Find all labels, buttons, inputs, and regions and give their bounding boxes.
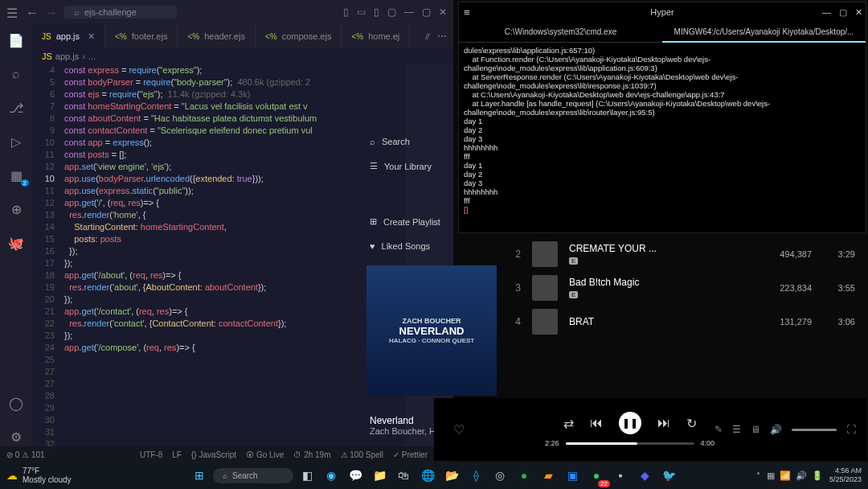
shuffle-icon[interactable]: ⇄ xyxy=(563,416,574,431)
settings-icon[interactable]: ⚙ xyxy=(6,427,26,446)
label: Liked Songs xyxy=(382,241,431,251)
source-control-icon[interactable]: ⎇ xyxy=(6,98,26,117)
queue-icon[interactable]: ☰ xyxy=(732,424,741,435)
layout-left-icon[interactable]: ▯ xyxy=(343,6,349,18)
chevron-up-icon[interactable]: ˄ xyxy=(756,471,760,480)
hyper-tab-mingw[interactable]: MINGW64:/c/Users/Ayanakoji Kiyotaka/Desk… xyxy=(662,22,866,43)
nav-forward-icon[interactable]: → xyxy=(45,6,58,18)
widgets-icon[interactable]: ◉ xyxy=(321,465,342,486)
prev-icon[interactable]: ⏮ xyxy=(590,416,603,430)
status-encoding[interactable]: UTF-8 xyxy=(140,450,162,459)
status-time[interactable]: ⏱ 2h 19m xyxy=(293,450,330,459)
compare-icon[interactable]: ⫽ xyxy=(423,31,432,42)
progress-bar[interactable] xyxy=(566,442,694,445)
label: Create Playlist xyxy=(383,217,440,227)
layout-panel-icon[interactable]: ▢ xyxy=(387,6,396,18)
spotify-icon[interactable]: ● xyxy=(514,465,534,486)
maximize-icon[interactable]: ▢ xyxy=(839,7,847,18)
discord-icon[interactable]: ◆ xyxy=(634,465,655,486)
track-title: CREMATE YOUR ... xyxy=(569,243,744,254)
sidebar-library[interactable]: ☰Your Library xyxy=(370,161,466,171)
explorer2-icon[interactable]: 📂 xyxy=(441,465,462,486)
minimize-icon[interactable]: — xyxy=(822,7,831,18)
track-row[interactable]: 2 CREMATE YOUR ...E 494,387 3:29 xyxy=(498,237,866,271)
tab-header-ejs[interactable]: <%header.ejs xyxy=(178,24,256,48)
close-icon[interactable]: ✕ xyxy=(855,7,862,18)
track-index: 2 xyxy=(510,249,521,260)
hyper-title: Hyper xyxy=(650,7,674,17)
nav-back-icon[interactable]: ← xyxy=(26,6,39,18)
taskbar-search[interactable]: ⌕Search xyxy=(213,468,293,483)
vscode-menu-icon[interactable]: ☰ xyxy=(6,6,19,18)
lyrics-icon[interactable]: ✎ xyxy=(714,424,723,435)
clock[interactable]: 4:56 AM 5/25/2023 xyxy=(829,466,862,484)
whatsapp-icon[interactable]: ●22 xyxy=(586,465,607,486)
tab-footer-ejs[interactable]: <%footer.ejs xyxy=(105,24,178,48)
track-row[interactable]: 3 Bad B!tch MagicE 223,834 3:55 xyxy=(498,271,866,305)
sidebar-search[interactable]: ⌕Search xyxy=(370,137,466,146)
search-icon[interactable]: ⌕ xyxy=(6,64,26,84)
status-lang[interactable]: {} JavaScript xyxy=(191,450,236,459)
task-view-icon[interactable]: ◧ xyxy=(297,465,317,486)
repeat-icon[interactable]: ↻ xyxy=(686,416,697,431)
more-icon[interactable]: ⋯ xyxy=(437,31,447,42)
breadcrumb[interactable]: JS app.js › ... xyxy=(32,48,453,64)
status-golive[interactable]: ⦿ Go Live xyxy=(246,450,284,459)
sublime-icon[interactable]: ▰ xyxy=(538,465,559,486)
close-tab-icon[interactable]: ✕ xyxy=(88,31,95,42)
hyper-tabs: C:\Windows\system32\cmd.exe MINGW64:/c/U… xyxy=(459,22,866,43)
album-art[interactable]: ZACH BOUCHER NEVERLAND HALACG · CONNOR Q… xyxy=(366,265,497,396)
ejs-icon: <% xyxy=(265,32,277,41)
track-plays: 494,387 xyxy=(755,249,812,259)
start-button[interactable]: ⊞ xyxy=(189,465,210,486)
hyper-icon[interactable]: ▪ xyxy=(610,465,631,486)
sidebar-liked-songs[interactable]: ♥Liked Songs xyxy=(370,241,466,251)
zoom-icon[interactable]: ▣ xyxy=(562,465,583,486)
command-center[interactable]: ⌕ ejs-challenge xyxy=(64,6,177,18)
maximize-icon[interactable]: ▢ xyxy=(422,6,431,18)
next-icon[interactable]: ⏭ xyxy=(657,416,670,430)
fullscreen-icon[interactable]: ⛶ xyxy=(846,424,856,435)
edge-icon[interactable]: 🌐 xyxy=(417,465,438,486)
debug-icon[interactable]: ▷ xyxy=(6,132,26,151)
pause-button[interactable]: ❚❚ xyxy=(619,412,641,434)
twitter-icon[interactable]: 🐦 xyxy=(658,465,679,486)
teams-icon[interactable]: 💬 xyxy=(345,465,366,486)
status-prettier[interactable]: ✓ Prettier xyxy=(393,450,428,459)
devices-icon[interactable]: 🖥 xyxy=(751,424,760,435)
like-icon[interactable]: ♡ xyxy=(453,422,465,438)
volume-bar[interactable] xyxy=(792,429,837,431)
store-icon[interactable]: 🛍 xyxy=(393,465,414,486)
battery-icon[interactable]: 🔋 xyxy=(812,471,823,481)
volume-icon[interactable]: 🔊 xyxy=(796,471,807,481)
layout-right-icon[interactable]: ▯ xyxy=(374,6,379,18)
chrome-icon[interactable]: ◎ xyxy=(489,465,510,486)
track-row[interactable]: 4 BRAT 131,279 3:06 xyxy=(498,305,866,339)
account-icon[interactable]: ◯ xyxy=(6,393,26,413)
remote-icon[interactable]: ⊕ xyxy=(6,199,26,219)
terminal-output[interactable]: dules\express\lib\application.js:657:10)… xyxy=(459,43,866,232)
explorer-icon[interactable]: 📁 xyxy=(369,465,390,486)
layout-bottom-icon[interactable]: ▭ xyxy=(357,6,366,18)
volume-icon[interactable]: 🔊 xyxy=(770,424,782,435)
explorer-icon[interactable]: 📄 xyxy=(6,31,26,50)
sidebar-create-playlist[interactable]: ⊞Create Playlist xyxy=(370,216,466,227)
hyper-menu-icon[interactable]: ≡ xyxy=(464,6,470,18)
vscode-icon[interactable]: ⟠ xyxy=(465,465,486,486)
status-eol[interactable]: LF xyxy=(172,450,182,459)
explicit-badge: E xyxy=(569,291,578,298)
status-errors[interactable]: ⊘ 0 ⚠ 101 xyxy=(6,450,45,459)
minimize-icon[interactable]: — xyxy=(404,6,414,18)
tab-app-js[interactable]: JSapp.js✕ xyxy=(32,24,105,48)
tray-icon[interactable]: ▦ xyxy=(767,471,775,481)
github-icon[interactable]: 🐙 xyxy=(6,233,26,253)
close-icon[interactable]: ✕ xyxy=(439,6,447,18)
tab-home-ejs[interactable]: <%home.ej xyxy=(342,24,410,48)
extensions-icon[interactable]: ▦2 xyxy=(6,166,26,185)
wifi-icon[interactable]: 📶 xyxy=(780,471,791,481)
hyper-tab-cmd[interactable]: C:\Windows\system32\cmd.exe xyxy=(459,22,662,43)
tab-label: compose.ejs xyxy=(282,31,332,41)
weather-widget[interactable]: ☁ 77°FMostly cloudy xyxy=(6,466,72,484)
tab-compose-ejs[interactable]: <%compose.ejs xyxy=(256,24,342,48)
status-spell[interactable]: ⚠ 100 Spell xyxy=(341,450,383,459)
